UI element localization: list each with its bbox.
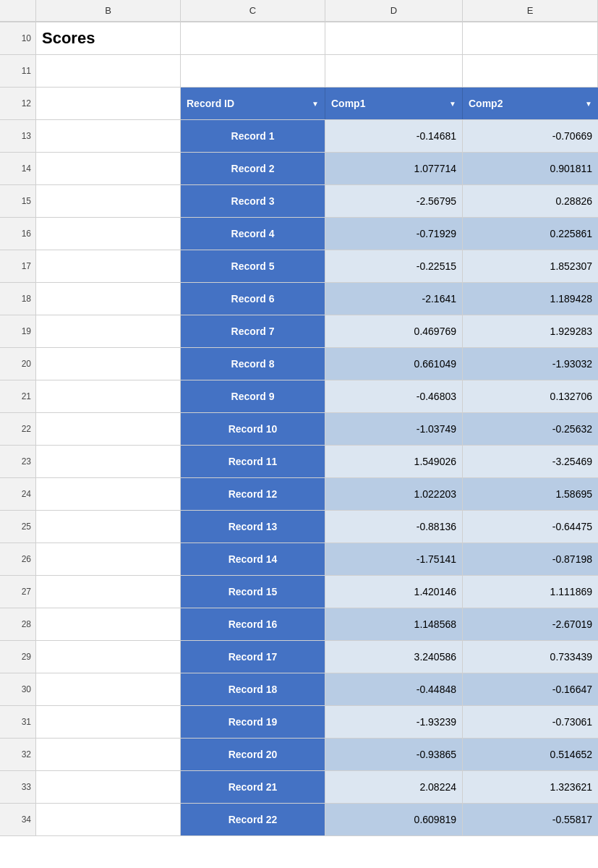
record-id-cell: Record 9 bbox=[181, 380, 325, 412]
comp2-cell: -0.70669 bbox=[463, 120, 598, 152]
empty-b34 bbox=[36, 804, 181, 835]
row-num-20: 20 bbox=[0, 348, 36, 380]
record-id-cell: Record 16 bbox=[181, 608, 325, 640]
record-id-cell: Record 18 bbox=[181, 673, 325, 705]
table-row: 13 Record 1 -0.14681 -0.70669 bbox=[0, 120, 598, 153]
record-id-cell: Record 17 bbox=[181, 641, 325, 673]
comp2-label: Comp2 bbox=[469, 98, 503, 109]
comp1-filter-icon[interactable]: ▼ bbox=[449, 100, 456, 108]
table-row: 32 Record 20 -0.93865 0.514652 bbox=[0, 739, 598, 771]
record-id-cell: Record 21 bbox=[181, 771, 325, 803]
row-num-24: 24 bbox=[0, 478, 36, 510]
comp2-cell: -0.73061 bbox=[463, 706, 598, 738]
empty-d10 bbox=[325, 22, 463, 54]
row-num-13: 13 bbox=[0, 120, 36, 152]
table-row: 23 Record 11 1.549026 -3.25469 bbox=[0, 446, 598, 478]
empty-b33 bbox=[36, 771, 181, 803]
comp1-cell: 1.549026 bbox=[325, 446, 463, 477]
comp1-header[interactable]: Comp1 ▼ bbox=[325, 88, 463, 119]
comp1-cell: 0.661049 bbox=[325, 348, 463, 380]
comp2-filter-icon[interactable]: ▼ bbox=[585, 100, 592, 108]
comp1-cell: -0.14681 bbox=[325, 120, 463, 152]
comp1-cell: 1.022203 bbox=[325, 478, 463, 510]
table-row: 16 Record 4 -0.71929 0.225861 bbox=[0, 218, 598, 250]
row-num-34: 34 bbox=[0, 804, 36, 835]
comp2-cell: 0.733439 bbox=[463, 641, 598, 673]
table-row: 27 Record 15 1.420146 1.111869 bbox=[0, 576, 598, 608]
comp2-header[interactable]: Comp2 ▼ bbox=[463, 88, 598, 119]
comp1-cell: 1.148568 bbox=[325, 608, 463, 640]
empty-b25 bbox=[36, 511, 181, 542]
table-row: 22 Record 10 -1.03749 -0.25632 bbox=[0, 413, 598, 446]
record-id-cell: Record 3 bbox=[181, 185, 325, 217]
table-row: 21 Record 9 -0.46803 0.132706 bbox=[0, 380, 598, 413]
empty-b28 bbox=[36, 608, 181, 640]
col-d-header: D bbox=[325, 0, 463, 22]
empty-b29 bbox=[36, 641, 181, 673]
empty-b23 bbox=[36, 446, 181, 477]
record-id-cell: Record 14 bbox=[181, 543, 325, 575]
comp2-cell: 1.852307 bbox=[463, 250, 598, 282]
empty-b24 bbox=[36, 478, 181, 510]
scores-title-cell: Scores bbox=[36, 22, 181, 54]
table-row: 26 Record 14 -1.75141 -0.87198 bbox=[0, 543, 598, 576]
record-id-cell: Record 2 bbox=[181, 153, 325, 184]
record-id-cell: Record 5 bbox=[181, 250, 325, 282]
comp1-cell: -1.75141 bbox=[325, 543, 463, 575]
record-id-cell: Record 1 bbox=[181, 120, 325, 152]
table-row: 29 Record 17 3.240586 0.733439 bbox=[0, 641, 598, 673]
table-row: 20 Record 8 0.661049 -1.93032 bbox=[0, 348, 598, 380]
record-id-header[interactable]: Record ID ▼ bbox=[181, 88, 325, 119]
row-num-25: 25 bbox=[0, 511, 36, 542]
comp2-cell: 1.929283 bbox=[463, 315, 598, 347]
record-id-cell: Record 7 bbox=[181, 315, 325, 347]
empty-row-11: 11 bbox=[0, 55, 598, 88]
row-num-26: 26 bbox=[0, 543, 36, 575]
data-rows-container: 13 Record 1 -0.14681 -0.70669 14 Record … bbox=[0, 120, 598, 836]
comp2-cell: 0.28826 bbox=[463, 185, 598, 217]
comp2-cell: 0.901811 bbox=[463, 153, 598, 184]
record-id-cell: Record 12 bbox=[181, 478, 325, 510]
comp1-cell: -0.22515 bbox=[325, 250, 463, 282]
comp2-cell: 1.111869 bbox=[463, 576, 598, 608]
table-row: 19 Record 7 0.469769 1.929283 bbox=[0, 315, 598, 348]
comp1-cell: -0.44848 bbox=[325, 673, 463, 705]
comp1-cell: 0.469769 bbox=[325, 315, 463, 347]
table-row: 33 Record 21 2.08224 1.323621 bbox=[0, 771, 598, 804]
row-num-33: 33 bbox=[0, 771, 36, 803]
row-num-10: 10 bbox=[0, 22, 36, 54]
row-num-14: 14 bbox=[0, 153, 36, 184]
row-num-17: 17 bbox=[0, 250, 36, 282]
record-id-cell: Record 6 bbox=[181, 283, 325, 315]
table-row: 34 Record 22 0.609819 -0.55817 bbox=[0, 804, 598, 836]
comp1-cell: 1.077714 bbox=[325, 153, 463, 184]
comp2-cell: -0.16647 bbox=[463, 673, 598, 705]
comp2-cell: 0.225861 bbox=[463, 218, 598, 250]
record-id-cell: Record 22 bbox=[181, 804, 325, 835]
comp1-cell: -0.93865 bbox=[325, 739, 463, 770]
row-num-31: 31 bbox=[0, 706, 36, 738]
empty-c11 bbox=[181, 55, 325, 87]
empty-b11 bbox=[36, 55, 181, 87]
row-num-11: 11 bbox=[0, 55, 36, 87]
comp1-cell: -1.93239 bbox=[325, 706, 463, 738]
empty-b17 bbox=[36, 250, 181, 282]
table-row: 17 Record 5 -0.22515 1.852307 bbox=[0, 250, 598, 283]
comp2-cell: -3.25469 bbox=[463, 446, 598, 477]
comp2-cell: 1.189428 bbox=[463, 283, 598, 315]
empty-b14 bbox=[36, 153, 181, 184]
row-num-27: 27 bbox=[0, 576, 36, 608]
col-b-header: B bbox=[36, 0, 181, 22]
row-num-18: 18 bbox=[0, 283, 36, 315]
empty-b20 bbox=[36, 348, 181, 380]
empty-d11 bbox=[325, 55, 463, 87]
table-row: 15 Record 3 -2.56795 0.28826 bbox=[0, 185, 598, 218]
comp2-cell: -2.67019 bbox=[463, 608, 598, 640]
comp1-cell: 3.240586 bbox=[325, 641, 463, 673]
record-id-filter-icon[interactable]: ▼ bbox=[312, 100, 319, 108]
column-header-row: B C D E bbox=[0, 0, 598, 22]
comp2-cell: -1.93032 bbox=[463, 348, 598, 380]
empty-b18 bbox=[36, 283, 181, 315]
comp1-cell: -0.46803 bbox=[325, 380, 463, 412]
record-id-cell: Record 19 bbox=[181, 706, 325, 738]
